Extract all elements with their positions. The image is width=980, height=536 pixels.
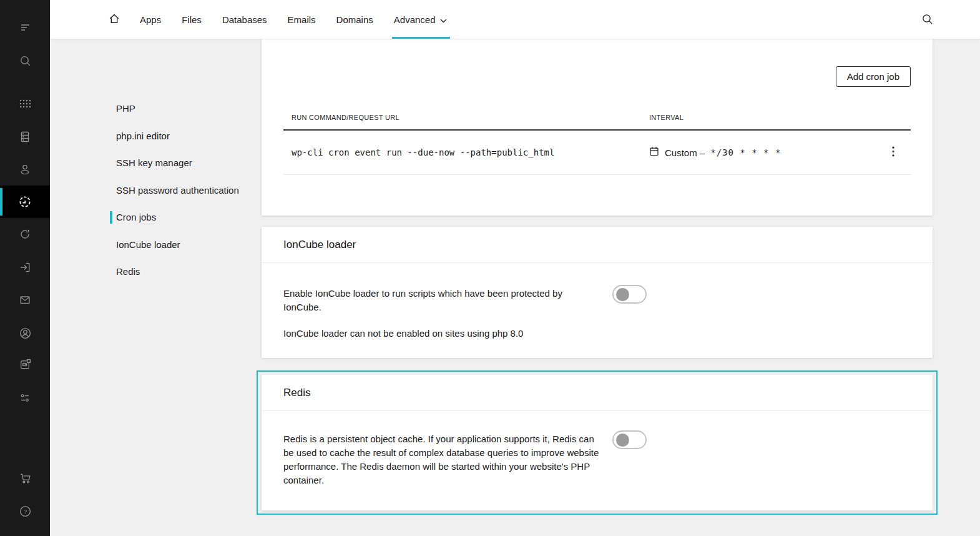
- redis-card: Redis Redis is a persistent object cache…: [262, 375, 933, 510]
- svg-text:?: ?: [23, 507, 27, 514]
- nav-tab-label: Emails: [288, 14, 316, 25]
- card-title: IonCube loader: [262, 227, 933, 263]
- cron-command-cell: wp-cli cron event run --due-now --path=p…: [292, 147, 649, 157]
- card-title: Redis: [262, 375, 933, 411]
- cron-interval-cell: Custom – */30 * * * *: [649, 144, 911, 161]
- search-icon[interactable]: [921, 13, 934, 26]
- active-indicator-bar: [0, 188, 2, 216]
- sync-icon[interactable]: [0, 218, 50, 251]
- sidebar-item-redis[interactable]: Redis: [110, 258, 266, 285]
- column-header-command: RUN COMMAND/REQUEST URL: [292, 114, 649, 121]
- search-icon[interactable]: [0, 44, 50, 77]
- sidebar-item-ssh-password-authentication[interactable]: SSH password authentication: [110, 177, 266, 204]
- interval-label: Custom –: [665, 147, 705, 158]
- globe-icon[interactable]: [0, 186, 50, 218]
- nav-tab-label: Files: [182, 14, 202, 25]
- help-icon[interactable]: ?: [0, 495, 50, 527]
- redis-toggle[interactable]: [612, 430, 647, 449]
- advanced-settings-sidebar: PHP php.ini editor SSH key manager SSH p…: [110, 95, 266, 285]
- redis-description: Redis is a persistent object cache. If y…: [283, 432, 603, 487]
- nav-home[interactable]: [108, 0, 120, 39]
- toggle-knob: [616, 434, 629, 447]
- sidebar-item-php-ini-editor[interactable]: php.ini editor: [110, 122, 266, 150]
- account-icon[interactable]: [0, 317, 50, 349]
- sidebar-item-cron-jobs[interactable]: Cron jobs: [110, 204, 266, 231]
- kebab-menu-icon[interactable]: [889, 144, 897, 161]
- exit-icon[interactable]: [0, 251, 50, 284]
- chevron-down-icon: [440, 14, 447, 25]
- calendar-icon: [649, 146, 659, 159]
- server-icon[interactable]: [0, 121, 50, 153]
- nav-tab-files[interactable]: Files: [182, 0, 202, 39]
- ioncube-description: Enable IonCube loader to run scripts whi…: [283, 287, 599, 314]
- sidebar-item-php[interactable]: PHP: [110, 95, 266, 122]
- redis-highlight-outline: Redis Redis is a persistent object cache…: [257, 370, 938, 515]
- sidebar-item-label: SSH key manager: [116, 157, 192, 168]
- nav-tab-domains[interactable]: Domains: [336, 0, 373, 39]
- projects-icon[interactable]: [0, 348, 50, 380]
- sidebar-item-label: PHP: [116, 103, 135, 114]
- nav-tab-label: Apps: [140, 14, 161, 25]
- cron-jobs-card: Add cron job RUN COMMAND/REQUEST URL INT…: [262, 39, 933, 216]
- cart-icon[interactable]: [0, 462, 50, 494]
- ioncube-loader-card: IonCube loader Enable IonCube loader to …: [262, 227, 933, 358]
- cron-jobs-table: RUN COMMAND/REQUEST URL INTERVAL wp-cli …: [283, 114, 911, 175]
- sidebar-item-ioncube-loader[interactable]: IonCube loader: [110, 231, 266, 259]
- preferences-icon[interactable]: [0, 382, 50, 414]
- sidebar-item-label: SSH password authentication: [116, 185, 239, 196]
- column-header-interval: INTERVAL: [649, 114, 684, 121]
- ioncube-php8-note: IonCube loader can not be enabled on sit…: [283, 328, 911, 339]
- table-row: wp-cli cron event run --due-now --path=p…: [283, 131, 911, 175]
- ioncube-toggle[interactable]: [612, 285, 647, 304]
- nav-tab-advanced[interactable]: Advanced: [394, 0, 447, 39]
- sidebar-item-label: php.ini editor: [116, 131, 170, 141]
- add-cron-job-button[interactable]: Add cron job: [836, 66, 911, 87]
- home-icon: [108, 12, 120, 27]
- mail-icon[interactable]: [0, 284, 50, 316]
- sidebar-item-ssh-key-manager[interactable]: SSH key manager: [110, 149, 266, 177]
- apps-grid-icon[interactable]: [0, 87, 50, 120]
- sidebar-item-label: IonCube loader: [116, 239, 180, 250]
- toggle-knob: [616, 288, 629, 301]
- menu-icon[interactable]: [0, 11, 50, 44]
- top-navigation-bar: Apps Files Databases Emails Domains Adva…: [50, 0, 980, 39]
- sidebar-item-label: Cron jobs: [116, 212, 156, 222]
- icon-rail-sidebar: ?: [0, 0, 50, 536]
- interval-expression: */30 * * * *: [710, 147, 781, 157]
- nav-tab-emails[interactable]: Emails: [288, 0, 316, 39]
- nav-tab-label: Databases: [222, 14, 267, 25]
- nav-tab-label: Advanced: [394, 14, 436, 25]
- table-header-row: RUN COMMAND/REQUEST URL INTERVAL: [283, 114, 911, 131]
- nav-tab-apps[interactable]: Apps: [140, 0, 161, 39]
- nav-tab-label: Domains: [336, 14, 373, 25]
- user-icon[interactable]: [0, 153, 50, 186]
- sidebar-item-label: Redis: [116, 266, 140, 277]
- nav-tab-databases[interactable]: Databases: [222, 0, 267, 39]
